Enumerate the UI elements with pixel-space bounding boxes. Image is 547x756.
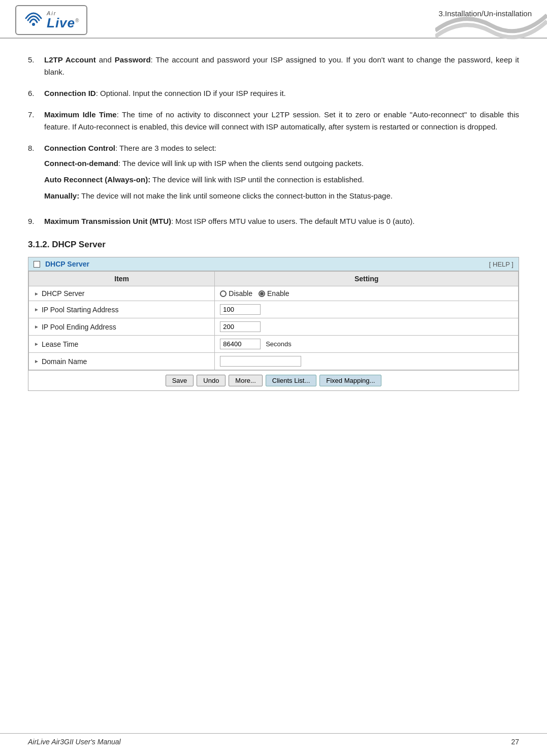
logo-area: Air Live® [15, 5, 87, 35]
list-item-8: 8. Connection Control: There are 3 modes… [28, 142, 519, 206]
dhcp-title-left: DHCP Server [34, 260, 89, 268]
row-setting-lease-time: Seconds [215, 336, 519, 353]
list-content-9: Maximum Transmission Unit (MTU): Most IS… [44, 215, 519, 227]
row-setting-ip-pool-end [215, 318, 519, 336]
logo-box: Air Live® [15, 5, 87, 35]
list-item-7: 7. Maximum Idle Time: The time of no act… [28, 109, 519, 133]
lease-time-input[interactable] [220, 339, 261, 349]
dhcp-section-heading: 3.1.2. DHCP Server [28, 240, 519, 250]
numbered-list: 5. L2TP Account and Password: The accoun… [28, 54, 519, 227]
row-label-ip-pool-start: ► IP Pool Starting Address [29, 301, 215, 318]
row-label-domain-name: ► Domain Name [29, 353, 215, 370]
list-item-6: 6. Connection ID: Optional. Input the co… [28, 87, 519, 100]
dhcp-section: 3.1.2. DHCP Server DHCP Server [ HELP ] … [28, 240, 519, 391]
dhcp-button-bar: Save Undo More... Clients List... Fixed … [28, 370, 519, 390]
table-row-dhcp-server: ► DHCP Server Disable [29, 286, 519, 301]
label-mtu: Maximum Transmission Unit (MTU) [44, 217, 171, 225]
label-password: Password [115, 55, 151, 64]
label-max-idle-time: Maximum Idle Time [44, 110, 117, 119]
lease-time-label: Lease Time [42, 340, 78, 348]
wave-decoration [435, 0, 547, 41]
list-num-5: 5. [28, 54, 44, 66]
mode-auto-reconnect: Auto Reconnect (Always-on): The device w… [44, 174, 519, 186]
page-header: Air Live® 3.Installation/Un-installation [0, 0, 547, 39]
dhcp-server-row-label: DHCP Server [42, 289, 85, 298]
triangle-icon-lease: ► [34, 341, 39, 347]
triangle-icon-ipend: ► [34, 324, 39, 330]
row-setting-dhcp-server: Disable Enable [215, 286, 519, 301]
label-manually: Manually: [44, 191, 79, 200]
triangle-icon-dhcp: ► [34, 291, 39, 297]
ip-pool-end-input[interactable] [220, 321, 261, 332]
dhcp-table: Item Setting ► DHCP Server [28, 271, 519, 370]
dhcp-title-bar: DHCP Server [ HELP ] [28, 257, 519, 271]
domain-name-input[interactable] [220, 356, 301, 367]
radio-disable-button[interactable] [220, 290, 227, 297]
row-setting-ip-pool-start [215, 301, 519, 318]
domain-name-label: Domain Name [42, 357, 87, 366]
mode-connect-on-demand: Connect-on-demand: The device will link … [44, 157, 519, 170]
dhcp-server-label: DHCP Server [45, 260, 89, 268]
wifi-icon [23, 9, 44, 31]
dhcp-container: DHCP Server [ HELP ] Item Setting [28, 257, 519, 391]
page-number: 27 [511, 738, 519, 746]
main-content: 5. L2TP Account and Password: The accoun… [0, 39, 547, 406]
radio-enable-text: Enable [267, 289, 289, 298]
row-setting-domain-name [215, 353, 519, 370]
logo-live-word: Live [47, 15, 75, 30]
mode-auto-reconnect-text: Auto Reconnect (Always-on): The device w… [44, 174, 519, 186]
dhcp-server-checkbox[interactable] [34, 261, 40, 268]
logo-text: Air Live® [47, 11, 79, 29]
row-label-ip-pool-end: ► IP Pool Ending Address [29, 318, 215, 336]
row-label-dhcp-server: ► DHCP Server [29, 286, 215, 301]
label-connection-id: Connection ID [44, 89, 96, 97]
table-row-domain-name: ► Domain Name [29, 353, 519, 370]
undo-button[interactable]: Undo [197, 375, 226, 386]
svg-point-0 [32, 23, 35, 26]
mode-manually: Manually: The device will not make the l… [44, 190, 519, 202]
radio-enable-label[interactable]: Enable [259, 289, 289, 298]
list-content-7: Maximum Idle Time: The time of no activi… [44, 109, 519, 133]
ip-pool-start-label: IP Pool Starting Address [42, 306, 119, 314]
table-row-ip-pool-end: ► IP Pool Ending Address [29, 318, 519, 336]
save-button[interactable]: Save [166, 375, 194, 386]
mode-connect-on-demand-text: Connect-on-demand: The device will link … [44, 157, 519, 170]
radio-disable-text: Disable [229, 289, 252, 298]
col-setting-header: Setting [215, 272, 519, 286]
mode-manually-text: Manually: The device will not make the l… [44, 190, 519, 202]
list-item-5: 5. L2TP Account and Password: The accoun… [28, 54, 519, 78]
table-row-ip-pool-start: ► IP Pool Starting Address [29, 301, 519, 318]
logo-reg: ® [75, 18, 79, 23]
dhcp-server-radio-group: Disable Enable [220, 289, 513, 298]
list-content-5: L2TP Account and Password: The account a… [44, 54, 519, 78]
list-num-8: 8. [28, 142, 44, 154]
triangle-icon-ipstart: ► [34, 307, 39, 312]
ip-pool-start-input[interactable] [220, 304, 261, 315]
dhcp-help-link[interactable]: [ HELP ] [489, 260, 513, 268]
label-connection-control: Connection Control [44, 144, 115, 152]
connection-control-modes: Connect-on-demand: The device will link … [44, 157, 519, 202]
clients-list-button[interactable]: Clients List... [266, 375, 316, 386]
row-label-lease-time: ► Lease Time [29, 336, 215, 353]
lease-time-unit: Seconds [266, 340, 292, 348]
radio-disable-label[interactable]: Disable [220, 289, 252, 298]
fixed-mapping-button[interactable]: Fixed Mapping... [319, 375, 381, 386]
logo-live-text: Live® [47, 16, 79, 29]
list-num-9: 9. [28, 215, 44, 227]
radio-enable-button[interactable] [259, 290, 265, 297]
col-item-header: Item [29, 272, 215, 286]
manual-title: AirLive Air3GII User's Manual [28, 738, 121, 746]
ip-pool-end-label: IP Pool Ending Address [42, 323, 116, 331]
list-num-6: 6. [28, 87, 44, 100]
list-content-6: Connection ID: Optional. Input the conne… [44, 87, 519, 100]
label-l2tp-account: L2TP Account [44, 55, 96, 64]
list-num-7: 7. [28, 109, 44, 121]
label-auto-reconnect: Auto Reconnect (Always-on): [44, 175, 150, 184]
more-button[interactable]: More... [229, 375, 262, 386]
list-content-8: Connection Control: There are 3 modes to… [44, 142, 519, 206]
triangle-icon-domain: ► [34, 358, 39, 364]
page-footer: AirLive Air3GII User's Manual 27 [0, 733, 547, 746]
table-row-lease-time: ► Lease Time Seconds [29, 336, 519, 353]
label-connect-on-demand: Connect-on-demand [44, 159, 118, 168]
list-item-9: 9. Maximum Transmission Unit (MTU): Most… [28, 215, 519, 227]
